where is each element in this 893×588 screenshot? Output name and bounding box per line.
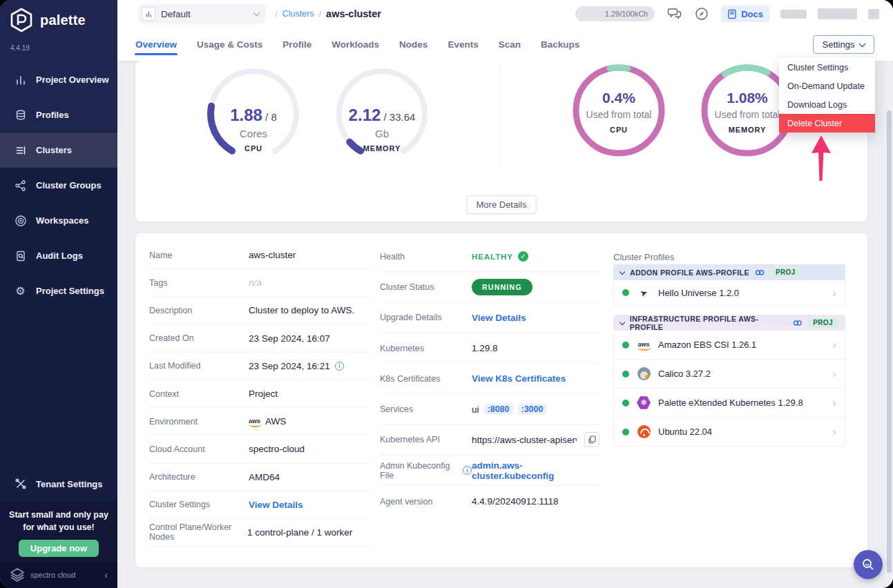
detail-row-kubernetes: Kubernetes 1.29.8 xyxy=(380,333,599,364)
profile-pack-hello-universe[interactable]: ➤ Hello Universe 1.2.0 › xyxy=(613,280,845,306)
detail-row-last-modified: Last Modified 23 Sep 2024, 16:21i xyxy=(149,353,370,380)
tab-events[interactable]: Events xyxy=(447,30,479,59)
sidebar-footer: spectro cloud ‹ xyxy=(0,562,117,588)
service-port-8080-link[interactable]: :8080 xyxy=(484,404,513,415)
kubernetes-api-url: https://aws-cluster-apiserve... xyxy=(472,435,577,445)
aws-icon: aws xyxy=(637,342,649,348)
proj-scope-badge: PROJ xyxy=(807,317,838,328)
detail-row-services: Services ui :8080 :3000 xyxy=(380,394,599,424)
sidebar-item-project-settings[interactable]: ⚙ Project Settings xyxy=(0,273,117,308)
sidebar-item-audit-logs[interactable]: Audit Logs xyxy=(0,238,117,273)
sidebar-item-project-overview[interactable]: Project Overview xyxy=(0,62,117,97)
service-port-3000-link[interactable]: :3000 xyxy=(518,404,547,415)
proj-scope-badge: PROJ xyxy=(770,267,801,277)
target-icon xyxy=(14,214,27,227)
tab-workloads[interactable]: Workloads xyxy=(331,30,380,59)
memory-used-value: 2.12 xyxy=(349,106,381,124)
details-left-column: Name aws-cluster Tags n/a Description Cl… xyxy=(149,242,370,547)
chevron-right-icon: › xyxy=(832,397,836,409)
book-icon xyxy=(727,9,737,19)
profile-pack-calico[interactable]: Calico 3.27.2 › xyxy=(613,360,845,389)
info-icon[interactable]: i xyxy=(335,362,344,371)
app-window: palette 4.4.19 Project Overview Profiles xyxy=(0,0,893,588)
magnifier-smile-icon xyxy=(861,558,875,571)
kubeconfig-download-link[interactable]: admin.aws-cluster.kubeconfig xyxy=(472,460,599,481)
menu-item-on-demand-update[interactable]: On-Demand Update xyxy=(779,77,875,95)
tab-overview[interactable]: Overview xyxy=(135,30,177,59)
profile-pack-palette-extended-kubernetes[interactable]: ✻ Palette eXtended Kubernetes 1.29.8 › xyxy=(613,389,845,418)
profile-pack-ubuntu[interactable]: Ubuntu 22.04 › xyxy=(613,418,845,447)
hello-universe-icon: ➤ xyxy=(635,284,653,302)
breadcrumb-clusters-link[interactable]: Clusters xyxy=(282,9,314,19)
calico-icon xyxy=(637,367,651,380)
detail-row-cluster-status: Cluster Status RUNNING xyxy=(380,272,599,302)
chevron-right-icon: › xyxy=(832,339,836,351)
chat-icon[interactable] xyxy=(666,6,682,22)
memory-gauge-label: MEMORY xyxy=(334,144,430,153)
upgrade-view-details-link[interactable]: View Details xyxy=(472,313,526,323)
gear-icon: ⚙ xyxy=(14,284,27,297)
detail-row-nodes: Control Plane/Worker Nodes 1 control-pla… xyxy=(149,519,370,547)
copy-icon[interactable] xyxy=(584,432,599,447)
sidebar-item-cluster-groups[interactable]: Cluster Groups xyxy=(0,168,117,203)
link-icon xyxy=(755,269,765,276)
sidebar-collapse-chevron[interactable]: ‹ xyxy=(104,569,108,580)
memory-unit: Gb xyxy=(334,128,430,139)
docs-button[interactable]: Docs xyxy=(721,6,769,22)
infrastructure-profile-header[interactable]: INFRASTRUCTURE PROFILE AWS-PROFILE PROJ xyxy=(613,315,845,331)
settings-button[interactable]: Settings xyxy=(813,35,874,54)
menu-item-delete-cluster[interactable]: Delete Cluster xyxy=(779,114,875,133)
node-graph-icon xyxy=(14,179,27,192)
profile-pack-amazon-ebs-csi[interactable]: aws Amazon EBS CSI 1.26.1 › xyxy=(613,331,845,360)
sidebar-item-profiles[interactable]: Profiles xyxy=(0,97,117,133)
top-right-controls: 1.29/100kCh Docs xyxy=(575,0,879,28)
detail-row-cloud-account: Cloud Account spectro-cloud xyxy=(149,435,370,463)
upgrade-now-button[interactable]: Upgrade now xyxy=(19,540,99,557)
tab-profile[interactable]: Profile xyxy=(282,30,312,59)
upgrade-promo: Start small and only pay for what you us… xyxy=(0,501,117,562)
tab-usage-costs[interactable]: Usage & Costs xyxy=(196,30,263,59)
cluster-details-card: Name aws-cluster Tags n/a Description Cl… xyxy=(135,233,867,567)
chevron-right-icon: › xyxy=(832,426,836,438)
sidebar-item-tenant-settings[interactable]: Tenant Settings xyxy=(0,468,117,500)
scrollbar-thumb[interactable] xyxy=(887,110,892,573)
detail-row-architecture: Architecture AMD64 xyxy=(149,464,370,491)
cpu-total-value: / 8 xyxy=(262,111,277,123)
gauge-divider xyxy=(499,63,500,167)
layers-icon xyxy=(14,108,27,121)
aws-icon: aws xyxy=(249,418,260,424)
tab-backups[interactable]: Backups xyxy=(540,30,580,59)
ubuntu-icon xyxy=(637,425,651,438)
addon-profile-header[interactable]: ADDON PROFILE AWS-PROFILE PROJ xyxy=(613,264,845,280)
cluster-list-icon xyxy=(14,144,27,157)
menu-item-cluster-settings[interactable]: Cluster Settings xyxy=(779,58,875,77)
chevron-down-icon xyxy=(859,40,866,47)
more-details-button[interactable]: More Details xyxy=(467,195,537,214)
tools-icon xyxy=(14,478,27,491)
tab-nodes[interactable]: Nodes xyxy=(399,30,428,59)
spectro-cloud-logo-icon xyxy=(10,567,25,582)
menu-item-download-logs[interactable]: Download Logs xyxy=(779,95,875,114)
detail-row-tags: Tags n/a xyxy=(149,269,370,297)
chevron-down-icon xyxy=(620,268,625,274)
cluster-settings-view-details-link[interactable]: View Details xyxy=(249,500,303,510)
detail-row-name: Name aws-cluster xyxy=(149,242,370,269)
search-fab-button[interactable] xyxy=(854,550,883,579)
sidebar-item-workspaces[interactable]: Workspaces xyxy=(0,203,117,238)
tab-scan[interactable]: Scan xyxy=(498,30,521,59)
memory-gauge: 2.12 / 33.64 Gb MEMORY xyxy=(334,66,430,162)
project-selector[interactable]: Default xyxy=(138,4,266,23)
compass-icon[interactable] xyxy=(693,6,710,22)
detail-row-context: Context Project xyxy=(149,380,370,408)
detail-row-upgrade-details: Upgrade Details View Details xyxy=(380,303,599,333)
brand-header: palette xyxy=(8,7,86,33)
cpu-unit: Cores xyxy=(205,128,302,139)
view-k8s-certificates-link[interactable]: View K8s Certificates xyxy=(472,373,566,384)
tabs: Overview Usage & Costs Profile Workloads… xyxy=(135,28,599,61)
credits-pill: 1.29/100kCh xyxy=(575,6,655,21)
detail-row-k8s-certificates: K8s Certificates View K8s Certificates xyxy=(380,364,599,394)
info-icon[interactable]: i xyxy=(463,466,472,475)
memory-total-value: / 33.64 xyxy=(381,111,415,123)
sidebar-item-clusters[interactable]: Clusters xyxy=(0,133,117,168)
breadcrumb-current: aws-cluster xyxy=(326,8,381,19)
